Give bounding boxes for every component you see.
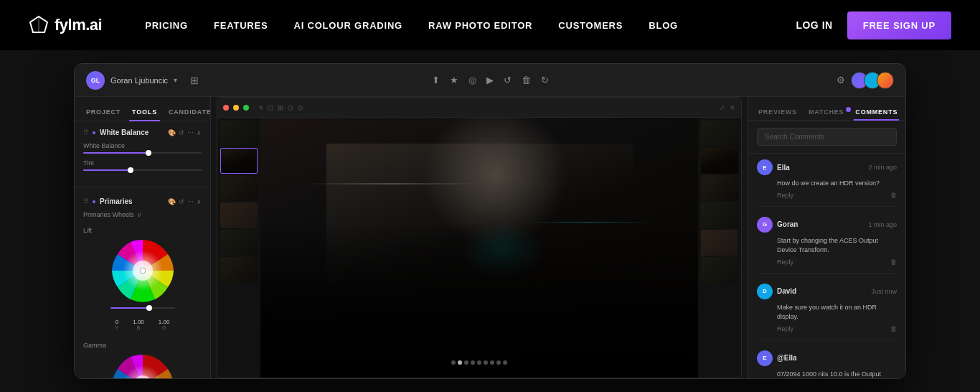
app-mockup: GL Goran Ljubuncic ▾ ⊞ ⬆ ★ ◎ ▶ ↺ 🗑 ↻ ⚙ — [74, 63, 906, 379]
topbar-right: ⚙ — [750, 72, 894, 89]
rotate-icon[interactable]: ↺ — [504, 75, 512, 85]
traffic-light-maximize[interactable] — [243, 105, 249, 111]
right-thumb-2[interactable] — [701, 148, 738, 174]
nav-link-pricing[interactable]: PRICING — [145, 20, 188, 31]
left-thumb-2[interactable] — [220, 148, 258, 174]
logo-text: fylm.ai — [55, 16, 102, 34]
comment-text-2: Start by changing the ACES Output Device… — [777, 236, 897, 256]
inner-expand-icon[interactable]: ⤢ — [720, 104, 725, 111]
inner-icon-3[interactable]: ⊞ — [278, 104, 283, 111]
wf-dot-4 — [471, 360, 475, 365]
comment-name-2: Goran — [777, 220, 864, 228]
inner-close-icon[interactable]: ✕ — [730, 104, 735, 111]
app-topbar: GL Goran Ljubuncic ▾ ⊞ ⬆ ★ ◎ ▶ ↺ 🗑 ↻ ⚙ — [75, 64, 905, 97]
nav-link-raw-photo-editor[interactable]: RAW PHOTO EDITOR — [428, 20, 532, 31]
right-thumb-5[interactable] — [701, 230, 738, 256]
wb-slider-track[interactable] — [83, 152, 202, 154]
logo[interactable]: fylm.ai — [29, 15, 102, 35]
reply-btn-1[interactable]: Reply — [777, 192, 793, 199]
star-icon[interactable]: ★ — [450, 75, 458, 85]
comment-text-1: How do we create an HDR version? — [777, 179, 897, 189]
nav-link-blog[interactable]: BLOG — [649, 20, 678, 31]
left-thumb-3[interactable] — [220, 175, 258, 201]
delete-icon-1[interactable]: 🗑 — [890, 192, 897, 199]
gamma-color-wheel[interactable] — [110, 353, 175, 378]
tab-comments[interactable]: COMMENTS — [854, 104, 899, 120]
comment-avatar-1: E — [757, 159, 773, 175]
login-link[interactable]: LOG IN — [796, 19, 832, 31]
right-thumb-1[interactable] — [701, 121, 738, 146]
left-thumb-1[interactable] — [220, 121, 258, 146]
nav-link-customers[interactable]: CUSTOMERS — [558, 20, 623, 31]
primaries-chevron-icon: ∨ — [137, 211, 142, 218]
lift-color-wheel[interactable] — [110, 238, 175, 303]
comment-name-3: David — [777, 287, 867, 295]
section-header-primaries: ⠿ Primaries 🎨 ↺ ⋯ ∧ — [83, 197, 202, 205]
navigation: fylm.ai PRICING FEATURES AI COLOUR GRADI… — [0, 0, 980, 50]
right-tabs: PREVIEWS MATCHES COMMENTS — [748, 97, 905, 121]
circle-icon[interactable]: ◎ — [468, 75, 476, 85]
gamma-wheel-svg — [110, 353, 175, 378]
tab-matches[interactable]: MATCHES — [807, 104, 845, 120]
wf-dot-2 — [458, 360, 462, 365]
inner-icon-2[interactable]: ◫ — [267, 104, 273, 111]
wb-expand-icon[interactable]: ⋯ — [187, 129, 194, 136]
wb-reset-icon[interactable]: ↺ — [179, 129, 184, 136]
lift-gamma-slider[interactable] — [110, 307, 175, 309]
right-thumb-3[interactable] — [701, 175, 738, 201]
delete-icon-2[interactable]: 🗑 — [890, 258, 897, 266]
right-thumb-4[interactable] — [701, 202, 738, 228]
share-icon[interactable]: ⬆ — [432, 75, 440, 85]
nav-link-ai-colour-grading[interactable]: AI COLOUR GRADING — [293, 20, 402, 31]
primaries-drag-handle-icon: ⠿ — [83, 197, 88, 205]
comment-time-1: 2 min ago — [868, 164, 897, 171]
prim-toggle-icon[interactable]: ∧ — [197, 198, 202, 205]
left-thumb-4[interactable] — [220, 202, 258, 228]
nav-link-features[interactable]: FEATURES — [214, 20, 268, 31]
inner-topbar-icons: ≡ ◫ ⊞ ◷ ⊙ — [259, 104, 303, 111]
inner-icon-5[interactable]: ⊙ — [298, 104, 303, 111]
comment-actions-2: Reply 🗑 — [777, 258, 897, 266]
prim-palette-icon[interactable]: 🎨 — [168, 198, 176, 205]
traffic-light-close[interactable] — [223, 105, 229, 111]
video-icon[interactable]: ▶ — [486, 75, 494, 85]
wf-dot-5 — [477, 360, 481, 365]
topbar-center: ⬆ ★ ◎ ▶ ↺ 🗑 ↻ — [230, 75, 750, 85]
lift-val-g: 1.00 — [159, 319, 170, 325]
section-icons-wb: 🎨 ↺ ⋯ ∧ — [168, 129, 202, 136]
user-avatar: GL — [86, 71, 105, 90]
topbar-chevron-icon[interactable]: ▾ — [174, 76, 177, 84]
traffic-light-minimize[interactable] — [233, 105, 239, 111]
comment-search-input[interactable] — [757, 128, 897, 146]
inner-icon-1[interactable]: ≡ — [259, 104, 263, 111]
gamma-wheel-container: Gamma — [83, 337, 202, 378]
section-header-wb: ⠿ White Balance 🎨 ↺ ⋯ ∧ — [83, 129, 202, 136]
wb-toggle-icon[interactable]: ∧ — [197, 129, 202, 136]
tint-slider-track[interactable] — [83, 169, 202, 171]
left-thumb-5[interactable] — [220, 230, 258, 256]
delete-icon-3[interactable]: 🗑 — [890, 325, 897, 332]
grid-icon[interactable]: ⊞ — [190, 75, 199, 86]
settings-icon[interactable]: ⚙ — [837, 75, 845, 85]
left-thumb-6[interactable] — [220, 257, 258, 283]
tab-project[interactable]: PROJECT — [83, 104, 123, 121]
drag-handle-icon: ⠿ — [83, 129, 88, 136]
refresh-icon[interactable]: ↻ — [541, 75, 549, 85]
primaries-dropdown[interactable]: Primaries Wheels ∨ — [83, 211, 202, 218]
tab-tools[interactable]: TOOLS — [129, 104, 160, 121]
comment-actions-1: Reply 🗑 — [777, 192, 897, 199]
tab-previews[interactable]: PREVIEWS — [757, 104, 798, 120]
reply-btn-2[interactable]: Reply — [777, 258, 793, 266]
tab-candidates[interactable]: CANDIDATES — [166, 104, 211, 121]
signup-button[interactable]: FREE SIGN UP — [847, 11, 951, 39]
inner-icon-4[interactable]: ◷ — [288, 104, 293, 111]
reply-btn-3[interactable]: Reply — [777, 325, 793, 332]
trash-icon[interactable]: 🗑 — [522, 75, 531, 85]
prim-reset-icon[interactable]: ↺ — [179, 198, 184, 205]
prim-expand-icon[interactable]: ⋯ — [187, 198, 194, 205]
inner-app-window: ≡ ◫ ⊞ ◷ ⊙ ⤢ ✕ — [217, 97, 742, 378]
right-thumb-6[interactable] — [701, 257, 738, 283]
main-preview — [217, 118, 741, 378]
wb-palette-icon[interactable]: 🎨 — [168, 129, 176, 136]
tint-slider-label: Tint — [83, 159, 202, 167]
